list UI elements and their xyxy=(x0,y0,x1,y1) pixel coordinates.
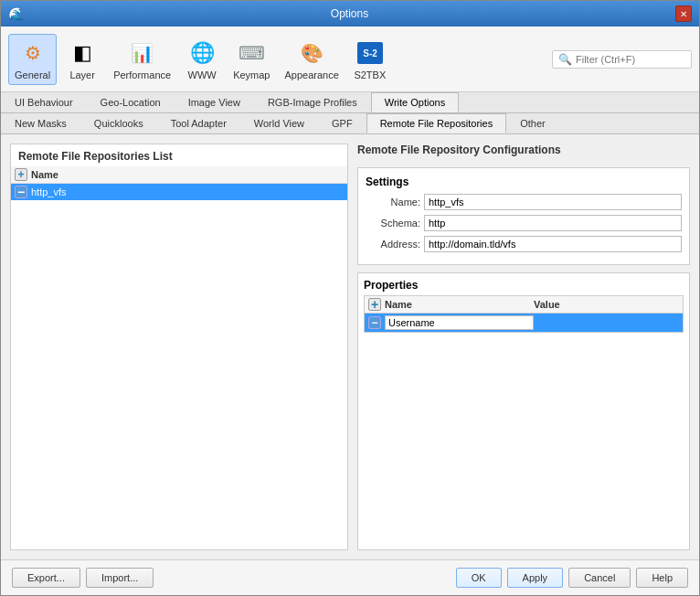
apply-button[interactable]: Apply xyxy=(507,568,564,588)
right-panel: Remote File Repository Configurations Se… xyxy=(357,144,690,550)
list-header: + Name xyxy=(11,166,347,184)
toolbar-item-keymap[interactable]: ⌨ Keymap xyxy=(228,35,275,84)
window-title: Options xyxy=(24,7,675,20)
tab-geo-location[interactable]: Geo-Location xyxy=(87,92,175,112)
toolbar-item-appearance[interactable]: 🎨 Appearance xyxy=(279,35,344,84)
toolbar-label-performance: Performance xyxy=(113,69,171,80)
export-button[interactable]: Export... xyxy=(12,568,80,588)
toolbar-label-layer: Layer xyxy=(69,69,95,80)
filter-box: 🔍 xyxy=(552,50,692,69)
toolbar-label-www: WWW xyxy=(188,69,217,80)
tab-other[interactable]: Other xyxy=(506,113,559,133)
toolbar: ⚙ General ◧ Layer 📊 Performance 🌐 WWW ⌨ … xyxy=(1,27,699,92)
cancel-button[interactable]: Cancel xyxy=(568,568,631,588)
address-label: Address: xyxy=(366,239,420,250)
appearance-icon: 🎨 xyxy=(297,38,326,68)
filter-input[interactable] xyxy=(576,54,685,65)
right-panel-title: Remote File Repository Configurations xyxy=(357,144,690,160)
tab-tool-adapter[interactable]: Tool Adapter xyxy=(157,113,240,133)
tabs-row2: New Masks Quicklooks Tool Adapter World … xyxy=(1,113,699,134)
settings-address-row: Address: xyxy=(366,236,682,252)
toolbar-item-layer[interactable]: ◧ Layer xyxy=(60,35,104,84)
svg-text:S-2: S-2 xyxy=(363,48,377,59)
tab-world-view[interactable]: World View xyxy=(240,113,318,133)
prop-value-col-header: Value xyxy=(534,299,679,310)
remove-repo-button[interactable]: − xyxy=(15,186,27,198)
properties-header: + Name Value xyxy=(365,296,683,314)
tab-ui-behaviour[interactable]: UI Behaviour xyxy=(1,92,87,112)
settings-section: Settings Name: Schema: Address: xyxy=(357,167,690,265)
property-name-input[interactable] xyxy=(385,315,534,330)
bottom-bar: Export... Import... OK Apply Cancel Help xyxy=(1,559,699,595)
title-bar-buttons: ✕ xyxy=(675,5,692,22)
help-button[interactable]: Help xyxy=(636,568,688,588)
tab-remote-file-repos[interactable]: Remote File Repositories xyxy=(366,113,507,133)
close-button[interactable]: ✕ xyxy=(675,5,692,22)
list-name-col-header: Name xyxy=(31,169,58,180)
add-repo-button[interactable]: + xyxy=(15,168,27,181)
properties-table: + Name Value − xyxy=(364,295,684,333)
import-button[interactable]: Import... xyxy=(86,568,154,588)
repo-list: − http_vfs xyxy=(11,184,347,549)
ok-button[interactable]: OK xyxy=(456,568,502,588)
property-value-input[interactable] xyxy=(537,317,679,328)
tab-quicklooks[interactable]: Quicklooks xyxy=(80,113,157,133)
settings-title: Settings xyxy=(366,176,682,188)
left-panel: Remote File Repositories List + Name − h… xyxy=(10,144,348,550)
toolbar-label-s2tbx: S2TBX xyxy=(354,69,386,80)
toolbar-item-general[interactable]: ⚙ General xyxy=(8,34,57,85)
repo-item-label: http_vfs xyxy=(31,186,67,197)
app-icon: 🌊 xyxy=(8,6,24,21)
tabs-row1: UI Behaviour Geo-Location Image View RGB… xyxy=(1,92,699,113)
tab-gpf[interactable]: GPF xyxy=(318,113,366,133)
name-label: Name: xyxy=(366,197,420,208)
schema-label: Schema: xyxy=(366,218,420,229)
property-row[interactable]: − xyxy=(365,314,683,332)
performance-icon: 📊 xyxy=(128,38,157,68)
toolbar-item-s2tbx[interactable]: S-2 S2TBX xyxy=(348,35,392,84)
settings-schema-row: Schema: xyxy=(366,215,682,231)
toolbar-label-appearance: Appearance xyxy=(284,69,338,80)
options-window: 🌊 Options ✕ ⚙ General ◧ Layer 📊 Performa… xyxy=(0,0,700,596)
properties-title: Properties xyxy=(364,279,684,292)
list-item[interactable]: − http_vfs xyxy=(11,184,347,200)
s2tbx-icon: S-2 xyxy=(355,38,385,68)
www-icon: 🌐 xyxy=(187,38,217,68)
remove-property-button[interactable]: − xyxy=(368,316,381,329)
tab-rgb-image-profiles[interactable]: RGB-Image Profiles xyxy=(254,92,371,112)
layer-icon: ◧ xyxy=(68,38,97,68)
name-input[interactable] xyxy=(424,194,682,210)
settings-name-row: Name: xyxy=(366,194,682,210)
address-input[interactable] xyxy=(424,236,682,252)
toolbar-item-performance[interactable]: 📊 Performance xyxy=(108,35,176,84)
tab-write-options[interactable]: Write Options xyxy=(371,92,459,112)
toolbar-label-general: General xyxy=(15,69,50,80)
main-content: Remote File Repositories List + Name − h… xyxy=(1,134,699,559)
properties-section: Properties + Name Value − xyxy=(357,272,690,550)
prop-name-col-header: Name xyxy=(385,299,530,310)
general-icon: ⚙ xyxy=(18,38,48,68)
tab-new-masks[interactable]: New Masks xyxy=(1,113,80,133)
toolbar-label-keymap: Keymap xyxy=(233,69,270,80)
keymap-icon: ⌨ xyxy=(237,38,266,68)
schema-input[interactable] xyxy=(424,215,682,231)
title-bar: 🌊 Options ✕ xyxy=(1,1,699,27)
toolbar-item-www[interactable]: 🌐 WWW xyxy=(180,35,224,84)
search-icon: 🔍 xyxy=(558,53,572,66)
add-property-button[interactable]: + xyxy=(368,298,381,311)
left-panel-title: Remote File Repositories List xyxy=(11,144,347,166)
tab-image-view[interactable]: Image View xyxy=(175,92,254,112)
